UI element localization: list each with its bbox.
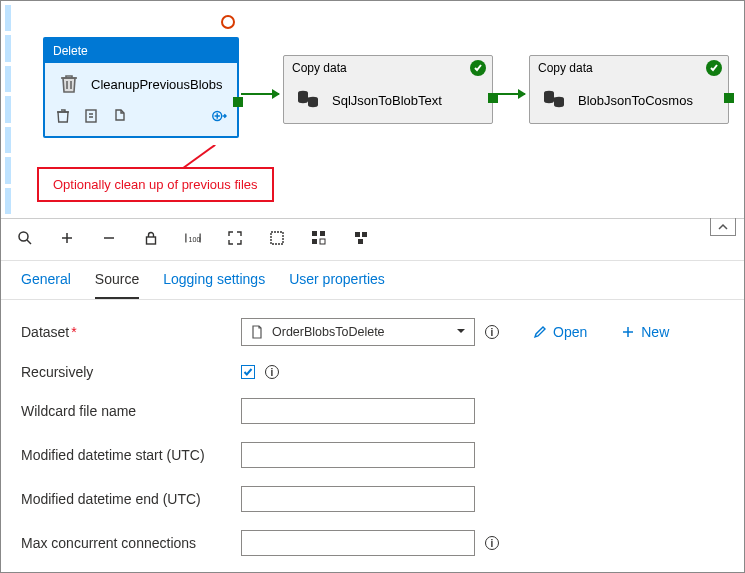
svg-rect-12 (271, 232, 283, 244)
connector-arrow (495, 93, 525, 95)
svg-rect-10 (147, 237, 156, 244)
svg-rect-17 (355, 232, 360, 237)
dataset-value: OrderBlobsToDelete (272, 325, 385, 339)
svg-rect-18 (362, 232, 367, 237)
open-dataset-link[interactable]: Open (533, 324, 587, 340)
layout-icon[interactable] (353, 230, 369, 250)
zoom-100-icon[interactable]: 100% (185, 230, 201, 250)
document-icon (250, 325, 264, 339)
caret-down-icon (456, 325, 466, 339)
check-icon (706, 60, 722, 76)
output-port[interactable] (233, 97, 243, 107)
activity-delete-name: CleanupPreviousBlobs (91, 77, 223, 92)
connector-arrow (241, 93, 279, 95)
info-icon[interactable]: i (485, 536, 499, 550)
dataset-label: Dataset* (21, 324, 231, 340)
mod-start-label: Modified datetime start (UTC) (21, 447, 231, 463)
svg-text:100%: 100% (189, 235, 201, 243)
fullscreen-icon[interactable] (269, 230, 285, 250)
lock-icon[interactable] (143, 230, 159, 250)
check-icon (470, 60, 486, 76)
wildcard-label: Wildcard file name (21, 403, 231, 419)
pencil-icon (533, 325, 547, 339)
mod-end-input[interactable] (241, 486, 475, 512)
align-icon[interactable] (311, 230, 327, 250)
max-conn-input[interactable] (241, 530, 475, 556)
svg-rect-15 (312, 239, 317, 244)
pipeline-canvas[interactable]: Delete CleanupPreviousBlobs Copy data Sq… (1, 1, 744, 219)
recursively-label: Recursively (21, 364, 231, 380)
collapse-panel-button[interactable] (710, 218, 736, 236)
recursively-checkbox[interactable] (241, 365, 255, 379)
svg-point-9 (19, 232, 28, 241)
delete-action-icon[interactable] (55, 108, 71, 128)
activity-copy2-header: Copy data (530, 56, 728, 80)
svg-rect-0 (86, 110, 96, 122)
svg-rect-13 (312, 231, 317, 236)
fit-screen-icon[interactable] (227, 230, 243, 250)
svg-rect-19 (358, 239, 363, 244)
zoom-out-icon[interactable] (101, 230, 117, 250)
add-output-icon[interactable] (211, 108, 227, 128)
svg-rect-16 (320, 239, 325, 244)
info-icon[interactable]: i (265, 365, 279, 379)
activity-delete[interactable]: Delete CleanupPreviousBlobs (43, 37, 239, 138)
max-conn-label: Max concurrent connections (21, 535, 231, 551)
search-icon[interactable] (17, 230, 33, 250)
zoom-in-icon[interactable] (59, 230, 75, 250)
new-dataset-link[interactable]: New (621, 324, 669, 340)
output-port[interactable] (724, 93, 734, 103)
trash-icon (57, 71, 81, 98)
activity-copy-1[interactable]: Copy data SqlJsonToBlobText (283, 55, 493, 124)
tab-general[interactable]: General (21, 271, 71, 299)
activity-delete-header: Delete (45, 39, 237, 63)
wildcard-input[interactable] (241, 398, 475, 424)
properties-tabs: General Source Logging settings User pro… (1, 261, 744, 300)
dataset-dropdown[interactable]: OrderBlobsToDelete (241, 318, 475, 346)
svg-rect-14 (320, 231, 325, 236)
tab-user-properties[interactable]: User properties (289, 271, 385, 299)
clipboard-action-icon[interactable] (83, 108, 99, 128)
database-icon (296, 88, 322, 113)
activity-copy1-header: Copy data (284, 56, 492, 80)
copy-action-icon[interactable] (111, 108, 127, 128)
plus-icon (621, 325, 635, 339)
activity-copy2-name: BlobJsonToCosmos (578, 93, 693, 108)
database-icon (542, 88, 568, 113)
info-icon[interactable]: i (485, 325, 499, 339)
activity-copy1-name: SqlJsonToBlobText (332, 93, 442, 108)
canvas-toolbar: 100% (1, 219, 744, 261)
activity-copy-2[interactable]: Copy data BlobJsonToCosmos (529, 55, 729, 124)
breakpoint-indicator[interactable] (221, 15, 235, 29)
mod-end-label: Modified datetime end (UTC) (21, 491, 231, 507)
ruler (5, 5, 11, 214)
source-form: Dataset* OrderBlobsToDelete i Open New R… (1, 300, 744, 556)
annotation-callout: Optionally clean up of previous files (37, 167, 274, 202)
tab-logging-settings[interactable]: Logging settings (163, 271, 265, 299)
mod-start-input[interactable] (241, 442, 475, 468)
tab-source[interactable]: Source (95, 271, 139, 299)
